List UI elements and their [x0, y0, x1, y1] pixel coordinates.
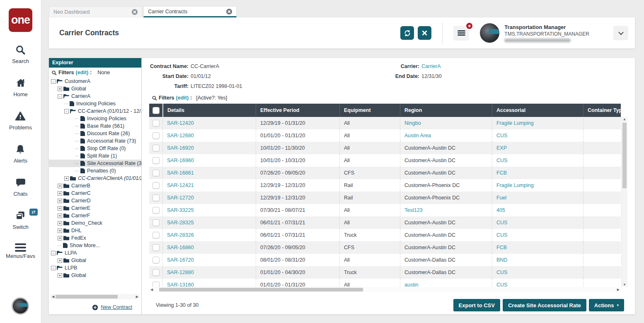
tree-expander-icon[interactable]: [51, 266, 56, 270]
tree-item[interactable]: Base Rate (561): [49, 122, 141, 130]
accessorial-link[interactable]: EXP: [496, 145, 507, 151]
row-checkbox[interactable]: [153, 145, 160, 152]
scroll-up-icon[interactable]: ▲: [622, 117, 627, 121]
scroll-down-icon[interactable]: ▼: [622, 283, 627, 287]
tree-item[interactable]: Site Accessorial Rate (30): [49, 160, 141, 167]
region-value[interactable]: CustomerA-Austin DC: [404, 232, 455, 238]
detail-link[interactable]: SAR-12680: [167, 133, 194, 138]
tree-expander-icon[interactable]: [58, 206, 62, 211]
region-value[interactable]: austin: [404, 282, 418, 287]
detail-link[interactable]: SAR-28325: [167, 220, 194, 226]
column-header-details[interactable]: Details: [162, 104, 256, 117]
tab-close-icon[interactable]: [226, 9, 232, 15]
region-value[interactable]: CustomerA-Dallas DC: [404, 257, 455, 263]
assistant-avatar[interactable]: [12, 297, 29, 315]
detail-link[interactable]: SAR-13160: [167, 282, 194, 287]
tree-item[interactable]: Penalties (0): [49, 167, 141, 175]
tree-expander-icon[interactable]: [58, 214, 62, 218]
tree-item[interactable]: CarrierB: [49, 182, 141, 189]
region-value[interactable]: CustomerA-Austin DC: [404, 158, 455, 163]
tree-node-label[interactable]: FedEx: [71, 235, 86, 241]
row-checkbox[interactable]: [153, 170, 160, 177]
tree-node-label[interactable]: Global: [71, 272, 86, 278]
tree-node-label[interactable]: Site Accessorial Rate (30): [87, 160, 141, 166]
column-header-region[interactable]: Region: [400, 104, 492, 117]
export-to-csv-button[interactable]: Export to CSV: [453, 299, 500, 311]
close-screen-button[interactable]: [418, 26, 431, 40]
accessorial-link[interactable]: CUS: [496, 158, 507, 163]
detail-link[interactable]: SAR-16720: [167, 257, 194, 263]
tree-node-label[interactable]: CarrierD: [71, 198, 91, 204]
tab-close-icon[interactable]: [132, 9, 138, 15]
column-header-accessorial[interactable]: Accessorial: [492, 104, 583, 117]
tree-node-label[interactable]: CarrierE: [71, 205, 90, 211]
tree-item[interactable]: CC-CarrierAClientA (01/01/21 - 0: [49, 175, 141, 182]
tree-expander-icon[interactable]: [58, 273, 62, 278]
tree-expander-icon[interactable]: [51, 251, 56, 255]
region-value[interactable]: Ningbo: [404, 120, 421, 126]
scrollbar-thumb[interactable]: [622, 123, 627, 188]
tree-node-label[interactable]: Penalties (0): [87, 168, 116, 174]
detail-link[interactable]: SAR-16920: [167, 145, 194, 151]
region-value[interactable]: CustomerA-Phoenix DC: [404, 195, 460, 201]
sidebar-item-problems[interactable]: Problems: [9, 111, 32, 131]
accessorial-link[interactable]: BND: [496, 257, 507, 263]
sidebar-item-home[interactable]: Home: [13, 78, 28, 97]
tree-item[interactable]: Invoicing Policies: [49, 100, 141, 107]
row-checkbox[interactable]: [153, 120, 160, 127]
tree-item[interactable]: CustomerA: [49, 78, 141, 85]
tree-item[interactable]: CarrierE: [49, 204, 141, 212]
tree-item[interactable]: Global: [49, 85, 141, 92]
user-avatar[interactable]: [480, 23, 499, 43]
sidebar-item-menus-favs[interactable]: Menus/Favs: [6, 243, 35, 259]
column-header-effective-period[interactable]: Effective Period: [256, 104, 339, 117]
row-checkbox[interactable]: [153, 207, 160, 214]
tree-item[interactable]: DHL: [49, 227, 141, 234]
tree-node-label[interactable]: Split Rate (1): [87, 153, 117, 159]
tree-node-label[interactable]: Accessorial Rate (73): [87, 138, 136, 144]
tree-item[interactable]: Show More...: [49, 242, 141, 249]
tree-item[interactable]: LLPB: [49, 264, 141, 272]
sidebar-item-switch[interactable]: ⇄ Switch: [12, 210, 28, 230]
accessorial-link[interactable]: Fragile Lumping: [496, 120, 534, 126]
row-checkbox[interactable]: [153, 194, 160, 202]
detail-link[interactable]: SAR-33225: [167, 207, 194, 213]
tree-node-label[interactable]: CustomerA: [65, 78, 90, 84]
detail-link[interactable]: SAR-12720: [167, 195, 194, 201]
filters-edit-link[interactable]: (edit): [76, 70, 89, 75]
column-header-equipment[interactable]: Equipment: [339, 104, 400, 117]
one-logo[interactable]: one: [9, 8, 32, 32]
tree-node-label[interactable]: Invoicing Policies: [76, 101, 116, 107]
tree-expander-icon[interactable]: [58, 236, 62, 240]
tree-node-label[interactable]: Discount Rate (26): [87, 131, 130, 136]
tree-node-label[interactable]: Invoicing Policies: [87, 116, 126, 121]
scrollbar-thumb[interactable]: [56, 295, 118, 299]
row-checkbox[interactable]: [153, 282, 160, 287]
accessorial-link[interactable]: 405: [496, 207, 505, 213]
scroll-left-icon[interactable]: ◀: [51, 294, 56, 299]
row-checkbox[interactable]: [153, 132, 160, 139]
tree-node-label[interactable]: CarrierA: [71, 93, 90, 99]
tree-expander-icon[interactable]: [58, 94, 62, 99]
tree-node-label[interactable]: Stop Off Rate (0): [87, 146, 126, 151]
accessorial-link[interactable]: CUS: [496, 220, 507, 226]
tree-node-label[interactable]: LLPA: [65, 250, 77, 256]
carrier-link[interactable]: CarrierA: [421, 61, 441, 71]
accessorial-link[interactable]: FCB: [496, 170, 507, 176]
detail-link[interactable]: SAR-12420: [167, 120, 194, 126]
scroll-right-icon[interactable]: ▶: [135, 294, 140, 299]
region-value[interactable]: CustomerA-Austin DC: [404, 220, 455, 226]
tree-node-label[interactable]: Show More...: [70, 243, 100, 248]
tree-item[interactable]: Discount Rate (26): [49, 130, 141, 137]
accessorial-link[interactable]: Fragile Lumping: [496, 182, 534, 188]
tree-item[interactable]: Demo_Check: [49, 219, 141, 227]
accessorial-link[interactable]: CUS: [496, 270, 507, 275]
row-checkbox[interactable]: [153, 269, 160, 276]
explorer-horizontal-scrollbar[interactable]: ◀ ▶: [51, 294, 140, 299]
tree-expander-icon[interactable]: [64, 176, 69, 181]
tree-expander-icon[interactable]: [58, 199, 62, 203]
region-value[interactable]: CustomerA-Phoenix DC: [404, 182, 460, 188]
scrollbar-thumb[interactable]: [159, 288, 363, 291]
detail-link[interactable]: SAR-28326: [167, 232, 194, 238]
detail-link[interactable]: SAR-16860: [167, 245, 194, 250]
